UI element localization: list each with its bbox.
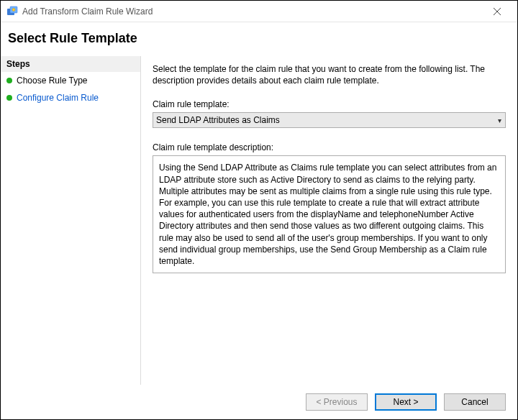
step-label: Configure Claim Rule bbox=[17, 93, 99, 103]
step-label: Choose Rule Type bbox=[17, 76, 88, 86]
steps-sidebar: Steps Choose Rule Type Configure Claim R… bbox=[1, 56, 141, 385]
template-description: Using the Send LDAP Attribute as Claims … bbox=[153, 155, 506, 273]
app-icon bbox=[6, 6, 18, 17]
svg-point-2 bbox=[12, 8, 15, 11]
template-select-wrap: Send LDAP Attributes as Claims ▾ bbox=[153, 112, 506, 128]
step-choose-rule-type[interactable]: Choose Rule Type bbox=[1, 72, 140, 89]
main-panel: Select the template for the claim rule t… bbox=[141, 56, 517, 385]
window-title: Add Transform Claim Rule Wizard bbox=[22, 6, 483, 17]
description-label: Claim rule template description: bbox=[153, 142, 506, 152]
cancel-button[interactable]: Cancel bbox=[444, 393, 506, 411]
body: Steps Choose Rule Type Configure Claim R… bbox=[1, 56, 517, 385]
close-button[interactable] bbox=[483, 6, 512, 17]
step-bullet-icon bbox=[6, 95, 12, 101]
titlebar: Add Transform Claim Rule Wizard bbox=[1, 1, 517, 22]
previous-button: < Previous bbox=[306, 393, 368, 411]
claim-rule-template-select[interactable]: Send LDAP Attributes as Claims bbox=[153, 112, 506, 128]
next-button[interactable]: Next > bbox=[375, 393, 437, 411]
step-configure-claim-rule[interactable]: Configure Claim Rule bbox=[1, 89, 140, 106]
steps-header: Steps bbox=[1, 56, 140, 72]
footer: < Previous Next > Cancel bbox=[1, 385, 517, 419]
page-title: Select Rule Template bbox=[1, 22, 517, 56]
step-bullet-icon bbox=[6, 78, 12, 83]
intro-text: Select the template for the claim rule t… bbox=[153, 63, 506, 86]
template-label: Claim rule template: bbox=[153, 99, 506, 109]
